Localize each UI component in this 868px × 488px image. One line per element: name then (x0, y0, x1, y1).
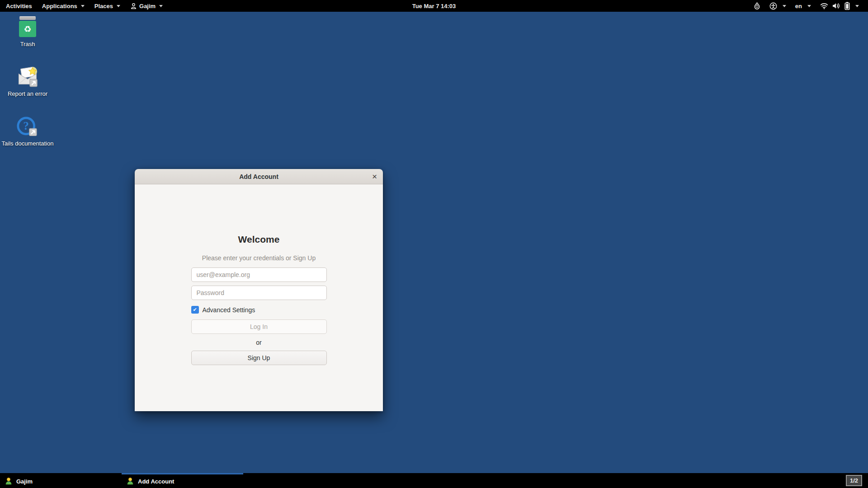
checkmark-icon: ✔ (193, 307, 197, 313)
advanced-settings-row: ✔ Advanced Settings (191, 306, 327, 314)
top-bar: Activities Applications Places Gajim Tue… (0, 0, 868, 12)
jid-input[interactable] (191, 267, 327, 282)
battery-icon (844, 2, 850, 10)
gajim-app-icon (126, 477, 134, 485)
desktop-icon-list: ♻ Trash Report an error ? (1, 16, 54, 147)
workspace-indicator-label: 1/2 (850, 477, 858, 484)
applications-label: Applications (42, 3, 77, 9)
workspace-indicator[interactable]: 1/2 (846, 475, 862, 486)
sign-up-button[interactable]: Sign Up (191, 351, 327, 365)
gajim-app-icon (5, 477, 13, 485)
desktop-icon-tails-documentation[interactable]: ? Tails documentation (1, 116, 54, 147)
welcome-heading: Welcome (238, 234, 280, 245)
taskbar-window-gajim[interactable]: Gajim (0, 473, 122, 488)
desktop-icon-label: Tails documentation (2, 141, 54, 147)
password-input[interactable] (191, 286, 327, 300)
advanced-settings-checkbox[interactable]: ✔ (191, 306, 199, 314)
places-label: Places (94, 3, 113, 9)
wifi-icon (820, 3, 828, 9)
chevron-down-icon (783, 5, 786, 7)
advanced-settings-label[interactable]: Advanced Settings (203, 306, 255, 314)
places-menu[interactable]: Places (90, 0, 125, 12)
taskbar-window-label: Gajim (16, 478, 33, 485)
dialog-title: Add Account (239, 173, 278, 180)
app-indicator-menu[interactable]: Gajim (125, 0, 168, 12)
trash-icon: ♻ (16, 16, 39, 39)
person-outline-icon (130, 3, 137, 9)
chevron-down-icon (159, 5, 163, 7)
dialog-body: Welcome Please enter your credentials or… (135, 184, 383, 411)
top-bar-left: Activities Applications Places Gajim (0, 0, 168, 12)
window-list-bar: Gajim Add Account 1/2 (0, 473, 868, 488)
close-icon[interactable]: × (372, 169, 377, 184)
clock-label: Tue Mar 7 14:03 (412, 3, 456, 9)
activities-button[interactable]: Activities (1, 0, 37, 12)
chevron-down-icon (855, 5, 859, 7)
taskbar-window-add-account[interactable]: Add Account (122, 473, 243, 488)
or-separator: or (256, 339, 261, 346)
tails-documentation-icon: ? (16, 116, 39, 138)
tor-onion-icon (754, 2, 760, 10)
chevron-down-icon (117, 5, 120, 7)
desktop-icon-label: Trash (20, 41, 35, 48)
taskbar-window-label: Add Account (138, 478, 174, 485)
app-indicator-label: Gajim (139, 3, 156, 9)
report-error-icon (16, 66, 39, 89)
dialog-titlebar[interactable]: Add Account × (135, 169, 383, 184)
clock[interactable]: Tue Mar 7 14:03 (408, 0, 461, 12)
recycle-glyph: ♻ (24, 24, 31, 34)
desktop-icon-trash[interactable]: ♻ Trash (1, 16, 54, 48)
keyboard-layout-menu[interactable]: en (791, 0, 816, 12)
volume-icon (832, 2, 840, 9)
chevron-down-icon (807, 5, 811, 7)
desktop-icon-label: Report an error (8, 91, 47, 98)
accessibility-menu[interactable] (765, 0, 791, 12)
accessibility-icon (769, 2, 777, 10)
tor-status-button[interactable] (749, 0, 765, 12)
trash-body: ♻ (19, 21, 36, 37)
activities-label: Activities (6, 3, 32, 9)
chevron-down-icon (81, 5, 85, 7)
log-in-button[interactable]: Log In (191, 319, 327, 334)
system-status-menu[interactable] (816, 0, 863, 12)
trash-lid (19, 16, 36, 20)
language-label: en (795, 3, 802, 9)
top-bar-right: en (749, 0, 868, 12)
desktop-icon-report-error[interactable]: Report an error (1, 66, 54, 98)
applications-menu[interactable]: Applications (37, 0, 90, 12)
add-account-dialog: Add Account × Welcome Please enter your … (135, 169, 383, 411)
svg-text:?: ? (24, 120, 29, 132)
credentials-subtitle: Please enter your credentials or Sign Up (202, 254, 316, 262)
